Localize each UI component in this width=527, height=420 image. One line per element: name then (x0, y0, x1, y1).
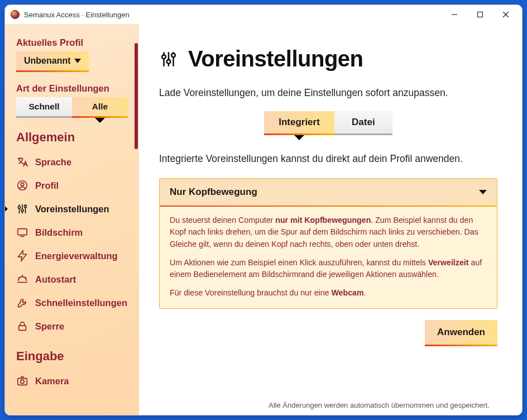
nav-item-lock[interactable]: Sperre (14, 314, 128, 338)
svg-point-11 (21, 209, 23, 212)
maximize-button[interactable] (467, 7, 493, 22)
svg-point-22 (21, 380, 24, 383)
nav-item-camera[interactable]: Kamera (14, 369, 128, 393)
preset-title: Nur Kopfbewegung (170, 187, 257, 198)
nav-general: Sprache Profil Voreinstellungen Bildschi… (14, 150, 128, 338)
nav-item-language[interactable]: Sprache (14, 150, 128, 174)
lock-icon (16, 320, 28, 332)
tab-quick[interactable]: Schnell (16, 97, 72, 118)
svg-marker-29 (479, 190, 487, 194)
page-title: Voreinstellungen (188, 46, 363, 71)
titlebar: Semanux Access · Einstellungen (5, 5, 522, 24)
nav-item-power[interactable]: Energieverwaltung (14, 244, 128, 268)
settings-type-section-title: Art der Einstellungen (16, 83, 128, 94)
nav-item-profile[interactable]: Profil (14, 174, 128, 197)
footer-text: Alle Änderungen werden automatisch übern… (159, 397, 497, 415)
sub-text: Integrierte Voreinstellungen kannst du d… (159, 153, 497, 165)
window-controls (442, 7, 519, 22)
preset-source-tabs: Integriert Datei (159, 111, 497, 135)
preset-panel: Nur Kopfbewegung Du steuerst deinen Comp… (159, 178, 497, 309)
category-input: Eingabe (16, 349, 128, 364)
window-body: Aktuelles Profil Unbenannt Art der Einst… (5, 24, 522, 415)
app-window: Semanux Access · Einstellungen Aktuelles… (4, 4, 523, 416)
category-general: Allgemein (16, 130, 128, 145)
wrench-icon (16, 297, 28, 309)
profile-section-title: Aktuelles Profil (16, 37, 128, 48)
preset-description: Du steuerst deinen Computer nur mit Kopf… (160, 207, 497, 308)
profile-selector[interactable]: Unbenannt (16, 51, 89, 72)
svg-point-28 (171, 53, 175, 57)
svg-rect-1 (478, 12, 483, 17)
autostart-icon (16, 273, 28, 285)
nav-item-autostart[interactable]: Autostart (14, 268, 128, 291)
svg-point-12 (24, 205, 26, 207)
svg-marker-4 (74, 59, 81, 63)
actions: Anwenden (159, 320, 497, 346)
nav-label: Profil (35, 180, 59, 191)
nav-input: Kamera (14, 369, 128, 393)
nav-item-screen[interactable]: Bildschirm (14, 221, 128, 244)
nav-item-presets[interactable]: Voreinstellungen (14, 197, 128, 221)
lead-text: Lade Voreinstellungen, um deine Einstell… (159, 87, 497, 99)
tab-integrated[interactable]: Integriert (264, 111, 334, 135)
nav-label: Energieverwaltung (35, 251, 118, 261)
svg-point-27 (167, 59, 171, 63)
nav-label: Bildschirm (35, 227, 83, 238)
minimize-button[interactable] (442, 7, 467, 22)
profile-icon (16, 179, 28, 192)
nav-label: Sprache (35, 157, 71, 168)
nav-item-quicksettings[interactable]: Schnelleinstellungen (14, 291, 128, 314)
sidebar-scrollbar[interactable] (135, 43, 138, 149)
app-icon (11, 10, 20, 19)
nav-label: Autostart (35, 274, 76, 285)
svg-point-6 (21, 183, 24, 186)
screen-icon (16, 226, 28, 238)
nav-label: Schnelleinstellungen (35, 298, 127, 308)
tab-file[interactable]: Datei (334, 111, 392, 135)
caret-down-icon (74, 56, 81, 66)
sliders-icon (159, 50, 178, 69)
sidebar: Aktuelles Profil Unbenannt Art der Einst… (5, 24, 139, 415)
sliders-icon (16, 203, 28, 215)
camera-icon (16, 375, 28, 387)
caret-down-icon (479, 187, 487, 198)
settings-type-tabs: Schnell Alle (16, 97, 128, 118)
nav-label: Sperre (35, 321, 64, 332)
nav-label: Voreinstellungen (35, 204, 109, 214)
close-button[interactable] (493, 7, 519, 22)
profile-name: Unbenannt (24, 56, 71, 66)
window-title: Semanux Access · Einstellungen (24, 11, 442, 19)
tab-all[interactable]: Alle (72, 97, 128, 118)
svg-rect-21 (18, 378, 27, 385)
svg-rect-13 (18, 229, 27, 235)
svg-point-26 (162, 55, 166, 59)
nav-label: Kamera (35, 376, 69, 386)
apply-button[interactable]: Anwenden (425, 320, 497, 346)
preset-panel-header[interactable]: Nur Kopfbewegung (160, 179, 497, 207)
main-content: Voreinstellungen Lade Voreinstellungen, … (139, 24, 522, 415)
svg-marker-15 (18, 251, 27, 261)
svg-point-10 (18, 206, 20, 208)
page-header: Voreinstellungen (159, 46, 497, 71)
language-icon (16, 156, 28, 168)
svg-rect-20 (19, 326, 26, 330)
power-icon (16, 250, 28, 262)
